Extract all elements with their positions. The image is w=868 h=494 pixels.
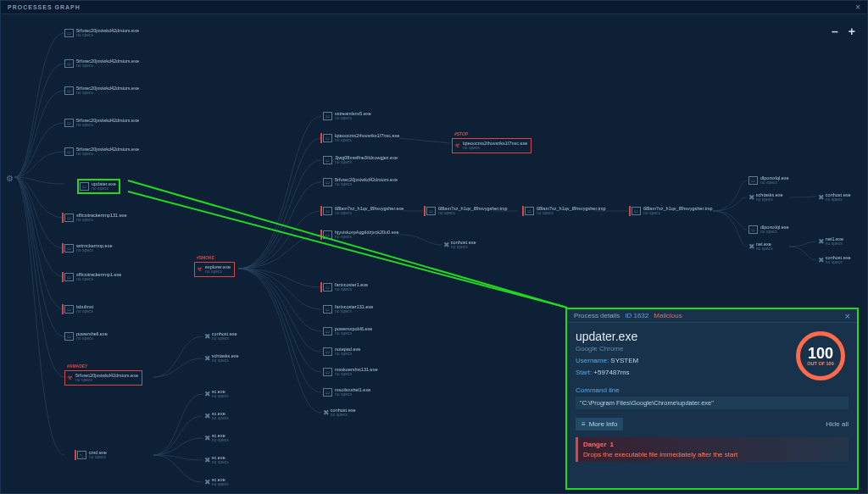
process-node[interactable]: ✖ conhost.exeno specs xyxy=(818,192,851,203)
process-node[interactable]: ▭5rfurec20jxsiwkd42drsiors.exeno specs xyxy=(64,147,139,157)
process-node[interactable]: ✖ sc.exeno specs xyxy=(204,433,229,443)
process-node[interactable]: ✖ schtasks.exeno specs xyxy=(748,192,783,203)
process-node[interactable]: ▭msskoershst131.exeno specs xyxy=(323,367,377,377)
username-label: Username: xyxy=(576,357,609,364)
process-node[interactable]: ▭lsbultnstno specs xyxy=(64,304,93,314)
process-node[interactable]: ▭sfficsitrackerrmp131.exeno specs xyxy=(64,213,127,223)
wrench-icon: ✖ xyxy=(204,456,211,464)
process-node[interactable]: ▭powersxpobl6.exeno specs xyxy=(323,326,372,336)
danger-desc: Drops the executable file immediately af… xyxy=(583,451,843,458)
wrench-icon: ✖ xyxy=(818,256,825,264)
process-graph-canvas[interactable]: – + xyxy=(1,14,867,493)
biohazard-icon: ☣ xyxy=(454,142,460,149)
process-node[interactable]: ▭68lam7sz_h1qv_I8hsvygsher.tmpno specs xyxy=(632,206,713,216)
process-node[interactable]: ▭hjyuiskorpAqgtIdzjvck20u0.exeno specs xyxy=(323,230,399,240)
process-node-smoke[interactable]: #SMOKE☣explorer.exeno specs xyxy=(194,262,235,277)
wrench-icon: ✖ xyxy=(204,354,211,363)
danger-label: Danger xyxy=(583,441,607,448)
wrench-icon: ✖ xyxy=(204,412,211,420)
detail-malicious-badge: Malicious xyxy=(654,312,682,319)
process-sub: no specs xyxy=(76,33,139,38)
process-node[interactable]: ▭msoilsnshel1.exeno specs xyxy=(323,387,370,397)
process-node[interactable]: ✖ sc.exeno specs xyxy=(204,411,229,421)
wrench-icon: ✖ xyxy=(204,434,211,442)
score-ring: 100 OUT OF 100 xyxy=(796,331,845,380)
process-node[interactable]: ✖ net.exeno specs xyxy=(748,241,773,252)
process-node[interactable]: ▭68lam7sz_h1qv_I8hsvygsher.tmpno specs xyxy=(426,206,508,216)
process-node[interactable]: ▭lqteoocms2thovsriks1f7nsc.exeno specs xyxy=(323,133,399,143)
wrench-icon: ✖ xyxy=(748,242,755,251)
list-icon: ≡ xyxy=(581,420,586,428)
process-node-updater[interactable]: ▭updater.exeno specs xyxy=(77,179,120,194)
danger-count: 1 xyxy=(610,441,614,448)
detail-header-label: Process details xyxy=(574,312,620,319)
window-title: PROCESSES GRAPH xyxy=(8,4,81,10)
process-node[interactable]: ▭sfficsitrackerrmp1.exeno specs xyxy=(64,272,121,282)
wrench-icon: ✖ xyxy=(443,241,450,249)
process-node[interactable]: ▭powershell.exeno specs xyxy=(64,331,108,341)
process-node[interactable]: ▭5rfurec20jxsiwkd42drsiors.exeno specs xyxy=(64,28,139,38)
zoom-out-button[interactable]: – xyxy=(832,25,838,38)
zoom-in-button[interactable]: + xyxy=(849,25,855,38)
process-node[interactable]: ▭wrtrnckerrmp.exeno specs xyxy=(64,243,112,253)
tag-label: #AMADEY xyxy=(67,364,87,369)
hide-all-button[interactable]: Hide all xyxy=(826,420,849,428)
wrench-icon: ✖ xyxy=(204,332,211,341)
wrench-icon: ✖ xyxy=(323,408,330,417)
wrench-icon: ✖ xyxy=(818,193,825,202)
process-node[interactable]: ▭68lam7sz_h1qv_I8hsvygsher.exeno specs xyxy=(323,206,403,216)
process-node[interactable]: ▭notepad.exeno specs xyxy=(323,347,360,357)
process-node[interactable]: ▭5rfurec20jxsiwkd42drsiors.exeno specs xyxy=(64,86,139,96)
tag-label: #STOP xyxy=(454,131,468,136)
process-detail-panel: Process details ID 1632 Malicious × upda… xyxy=(565,308,859,490)
cmdline-label: Command line xyxy=(576,386,849,394)
gear-icon: ⚙ xyxy=(6,174,14,183)
process-node[interactable]: ▭68lam7sz_h1qv_I8hsvygsher.tmpno specs xyxy=(525,206,606,216)
process-node[interactable]: ✖ sc.exeno specs xyxy=(204,477,229,487)
tag-label: #SMOKE xyxy=(197,255,214,260)
process-node[interactable]: ▭5rfurec20jxsiwkd42drsiors.exeno specs xyxy=(323,177,398,187)
start-label: Start: xyxy=(576,369,592,376)
process-node[interactable]: ▭5rfurec20jxsiwkd42drsiors.exeno specs xyxy=(64,58,139,69)
danger-bar[interactable]: Danger1 Drops the executable file immedi… xyxy=(576,437,849,462)
close-panel-icon[interactable]: × xyxy=(845,311,850,321)
process-node[interactable]: ▭fartxcoster131.exeno specs xyxy=(323,304,373,314)
process-node[interactable]: ✖ conhost.exeno specs xyxy=(323,408,356,418)
process-node[interactable]: ▭fartxcoster1.exeno specs xyxy=(323,282,368,292)
wrench-icon: ✖ xyxy=(204,478,211,486)
biohazard-icon: ☣ xyxy=(67,374,73,381)
start-value: +597487ms xyxy=(593,369,629,376)
process-node[interactable]: >_cmd.exeno specs xyxy=(77,450,107,460)
process-node[interactable]: ✖ conhost.exeno specs xyxy=(818,255,851,265)
process-node[interactable]: ✖ conhost.exeno specs xyxy=(204,331,237,341)
process-node[interactable]: ✖ sc.exeno specs xyxy=(204,455,229,465)
process-node[interactable]: ▭dlporsxlql.exeno specs xyxy=(748,175,789,186)
more-info-button[interactable]: ≡More Info xyxy=(576,418,623,430)
close-icon[interactable]: × xyxy=(855,3,860,12)
score-value: 100 xyxy=(808,346,833,361)
username-value: SYSTEM xyxy=(610,357,638,364)
process-node[interactable]: ✖ net1.exeno specs xyxy=(818,236,843,247)
detail-pid: ID 1632 xyxy=(625,312,648,319)
process-node-stop[interactable]: #STOP☣lqteoocms2thovsriks1f7nsc.exeno sp… xyxy=(452,138,531,153)
score-label: OUT OF 100 xyxy=(807,361,833,366)
process-node[interactable]: ▭3jwg08mwlfne3tldcowgjez.exeno specs xyxy=(323,155,398,165)
cmdline-value[interactable]: "C:\Program Files\Google\Chrome\updater.… xyxy=(576,397,849,409)
wrench-icon: ✖ xyxy=(748,193,755,202)
wrench-icon: ✖ xyxy=(204,390,211,398)
process-node[interactable]: ✖ sc.exeno specs xyxy=(204,389,229,399)
process-node[interactable]: ✖ conhost.exeno specs xyxy=(443,240,476,250)
process-node[interactable]: ✖ schtasks.exeno specs xyxy=(204,353,239,364)
process-node[interactable]: ▭sstreamlsnv5.exeno specs xyxy=(323,111,371,121)
wrench-icon: ✖ xyxy=(818,237,825,246)
process-node[interactable]: ▭5rfurec20jxsiwkd42drsiors.exeno specs xyxy=(64,118,139,128)
biohazard-icon: ☣ xyxy=(197,265,203,273)
process-node-amadey[interactable]: #AMADEY☣5rfurec20jxsiwkd42drsiors.exeno … xyxy=(64,370,142,386)
process-node[interactable]: ▭dlporsxlql.exeno specs xyxy=(748,225,789,235)
